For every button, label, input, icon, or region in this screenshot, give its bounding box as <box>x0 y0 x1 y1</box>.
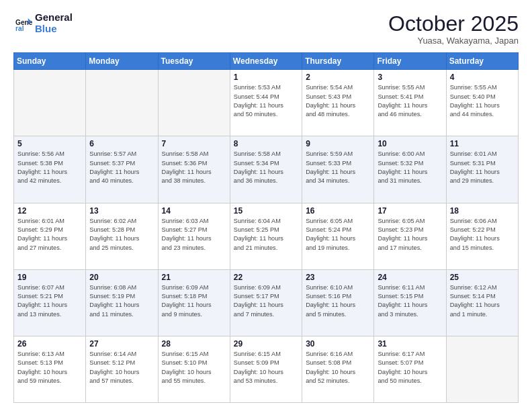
calendar-week-1: 1Sunrise: 5:53 AM Sunset: 5:44 PM Daylig… <box>14 70 519 136</box>
calendar-cell: 31Sunrise: 6:17 AM Sunset: 5:07 PM Dayli… <box>374 336 446 402</box>
day-info: Sunrise: 6:01 AM Sunset: 5:29 PM Dayligh… <box>17 217 82 253</box>
calendar-cell: 13Sunrise: 6:02 AM Sunset: 5:28 PM Dayli… <box>86 203 158 269</box>
day-number: 19 <box>17 273 82 282</box>
calendar-cell: 4Sunrise: 5:55 AM Sunset: 5:40 PM Daylig… <box>446 70 518 136</box>
calendar-cell: 22Sunrise: 6:09 AM Sunset: 5:17 PM Dayli… <box>230 269 302 336</box>
day-info: Sunrise: 6:16 AM Sunset: 5:08 PM Dayligh… <box>306 350 370 385</box>
calendar-week-4: 19Sunrise: 6:07 AM Sunset: 5:21 PM Dayli… <box>14 269 519 336</box>
calendar-cell: 28Sunrise: 6:15 AM Sunset: 5:10 PM Dayli… <box>158 336 230 402</box>
calendar-week-3: 12Sunrise: 6:01 AM Sunset: 5:29 PM Dayli… <box>14 203 519 269</box>
header-thursday: Thursday <box>302 53 374 70</box>
day-number: 25 <box>450 273 515 282</box>
day-info: Sunrise: 5:58 AM Sunset: 5:36 PM Dayligh… <box>162 150 226 185</box>
calendar-cell: 17Sunrise: 6:05 AM Sunset: 5:23 PM Dayli… <box>374 203 446 269</box>
calendar-week-5: 26Sunrise: 6:13 AM Sunset: 5:13 PM Dayli… <box>14 336 519 402</box>
day-number: 29 <box>234 339 298 349</box>
day-number: 14 <box>162 206 226 216</box>
logo-icon: Gene ral <box>13 14 32 33</box>
calendar-cell: 1Sunrise: 5:53 AM Sunset: 5:44 PM Daylig… <box>230 70 302 136</box>
header-monday: Monday <box>86 53 158 70</box>
calendar-cell <box>158 70 230 136</box>
day-info: Sunrise: 5:54 AM Sunset: 5:43 PM Dayligh… <box>306 83 370 119</box>
day-number: 23 <box>306 273 370 282</box>
calendar-cell: 16Sunrise: 6:05 AM Sunset: 5:24 PM Dayli… <box>302 203 374 269</box>
day-info: Sunrise: 5:55 AM Sunset: 5:41 PM Dayligh… <box>378 83 442 119</box>
calendar-cell: 25Sunrise: 6:12 AM Sunset: 5:14 PM Dayli… <box>446 269 518 336</box>
day-info: Sunrise: 6:00 AM Sunset: 5:32 PM Dayligh… <box>378 150 442 185</box>
day-number: 20 <box>89 273 154 282</box>
svg-text:ral: ral <box>15 24 24 32</box>
day-info: Sunrise: 5:58 AM Sunset: 5:34 PM Dayligh… <box>234 150 298 185</box>
calendar-cell: 20Sunrise: 6:08 AM Sunset: 5:19 PM Dayli… <box>86 269 158 336</box>
day-number: 1 <box>234 73 298 82</box>
day-info: Sunrise: 6:04 AM Sunset: 5:25 PM Dayligh… <box>234 217 298 253</box>
day-info: Sunrise: 5:57 AM Sunset: 5:37 PM Dayligh… <box>89 150 154 185</box>
calendar-cell: 19Sunrise: 6:07 AM Sunset: 5:21 PM Dayli… <box>14 269 86 336</box>
day-info: Sunrise: 6:01 AM Sunset: 5:31 PM Dayligh… <box>450 150 515 185</box>
day-number: 2 <box>306 73 370 82</box>
day-info: Sunrise: 5:55 AM Sunset: 5:40 PM Dayligh… <box>450 83 515 119</box>
calendar-cell: 8Sunrise: 5:58 AM Sunset: 5:34 PM Daylig… <box>230 136 302 203</box>
calendar-cell: 14Sunrise: 6:03 AM Sunset: 5:27 PM Dayli… <box>158 203 230 269</box>
calendar-cell: 10Sunrise: 6:00 AM Sunset: 5:32 PM Dayli… <box>374 136 446 203</box>
day-info: Sunrise: 6:07 AM Sunset: 5:21 PM Dayligh… <box>17 283 82 319</box>
logo: Gene ral General Blue <box>13 12 73 34</box>
day-info: Sunrise: 6:03 AM Sunset: 5:27 PM Dayligh… <box>162 217 226 253</box>
day-info: Sunrise: 6:15 AM Sunset: 5:10 PM Dayligh… <box>162 350 226 385</box>
day-info: Sunrise: 6:08 AM Sunset: 5:19 PM Dayligh… <box>89 283 154 319</box>
header-saturday: Saturday <box>446 53 518 70</box>
day-number: 30 <box>306 339 370 349</box>
calendar-cell: 7Sunrise: 5:58 AM Sunset: 5:36 PM Daylig… <box>158 136 230 203</box>
calendar-cell: 26Sunrise: 6:13 AM Sunset: 5:13 PM Dayli… <box>14 336 86 402</box>
day-info: Sunrise: 6:02 AM Sunset: 5:28 PM Dayligh… <box>89 217 154 253</box>
day-info: Sunrise: 5:59 AM Sunset: 5:33 PM Dayligh… <box>306 150 370 185</box>
logo-line2: Blue <box>35 24 73 35</box>
calendar-cell: 2Sunrise: 5:54 AM Sunset: 5:43 PM Daylig… <box>302 70 374 136</box>
calendar-cell: 30Sunrise: 6:16 AM Sunset: 5:08 PM Dayli… <box>302 336 374 402</box>
calendar-cell: 27Sunrise: 6:14 AM Sunset: 5:12 PM Dayli… <box>86 336 158 402</box>
day-number: 16 <box>306 206 370 216</box>
header-friday: Friday <box>374 53 446 70</box>
day-info: Sunrise: 6:13 AM Sunset: 5:13 PM Dayligh… <box>17 350 82 385</box>
calendar-cell: 6Sunrise: 5:57 AM Sunset: 5:37 PM Daylig… <box>86 136 158 203</box>
day-number: 12 <box>17 206 82 216</box>
day-number: 10 <box>378 139 442 148</box>
day-number: 3 <box>378 73 442 82</box>
header: Gene ral General Blue October 2025 Yuasa… <box>13 12 519 46</box>
day-info: Sunrise: 5:56 AM Sunset: 5:38 PM Dayligh… <box>17 150 82 185</box>
day-number: 9 <box>306 139 370 148</box>
day-info: Sunrise: 6:05 AM Sunset: 5:23 PM Dayligh… <box>378 217 442 253</box>
day-number: 5 <box>17 139 82 148</box>
day-number: 22 <box>234 273 298 282</box>
day-number: 28 <box>162 339 226 349</box>
calendar-cell: 11Sunrise: 6:01 AM Sunset: 5:31 PM Dayli… <box>446 136 518 203</box>
calendar-cell <box>446 336 518 402</box>
day-info: Sunrise: 6:14 AM Sunset: 5:12 PM Dayligh… <box>89 350 154 385</box>
day-info: Sunrise: 6:15 AM Sunset: 5:09 PM Dayligh… <box>234 350 298 385</box>
day-number: 8 <box>234 139 298 148</box>
day-info: Sunrise: 6:06 AM Sunset: 5:22 PM Dayligh… <box>450 217 515 253</box>
calendar-cell: 21Sunrise: 6:09 AM Sunset: 5:18 PM Dayli… <box>158 269 230 336</box>
header-tuesday: Tuesday <box>158 53 230 70</box>
calendar-subtitle: Yuasa, Wakayama, Japan <box>388 36 519 46</box>
day-info: Sunrise: 6:09 AM Sunset: 5:17 PM Dayligh… <box>234 283 298 319</box>
day-info: Sunrise: 6:11 AM Sunset: 5:15 PM Dayligh… <box>378 283 442 319</box>
calendar-week-2: 5Sunrise: 5:56 AM Sunset: 5:38 PM Daylig… <box>14 136 519 203</box>
day-info: Sunrise: 6:05 AM Sunset: 5:24 PM Dayligh… <box>306 217 370 253</box>
day-number: 24 <box>378 273 442 282</box>
day-number: 21 <box>162 273 226 282</box>
calendar-cell <box>86 70 158 136</box>
day-number: 4 <box>450 73 515 82</box>
day-info: Sunrise: 6:09 AM Sunset: 5:18 PM Dayligh… <box>162 283 226 319</box>
calendar-cell: 24Sunrise: 6:11 AM Sunset: 5:15 PM Dayli… <box>374 269 446 336</box>
calendar-cell: 23Sunrise: 6:10 AM Sunset: 5:16 PM Dayli… <box>302 269 374 336</box>
calendar-cell: 29Sunrise: 6:15 AM Sunset: 5:09 PM Dayli… <box>230 336 302 402</box>
logo-line1: General <box>35 12 73 24</box>
calendar-header-row: Sunday Monday Tuesday Wednesday Thursday… <box>14 53 519 70</box>
day-number: 11 <box>450 139 515 148</box>
header-wednesday: Wednesday <box>230 53 302 70</box>
day-number: 17 <box>378 206 442 216</box>
day-number: 7 <box>162 139 226 148</box>
day-number: 18 <box>450 206 515 216</box>
calendar-cell <box>14 70 86 136</box>
